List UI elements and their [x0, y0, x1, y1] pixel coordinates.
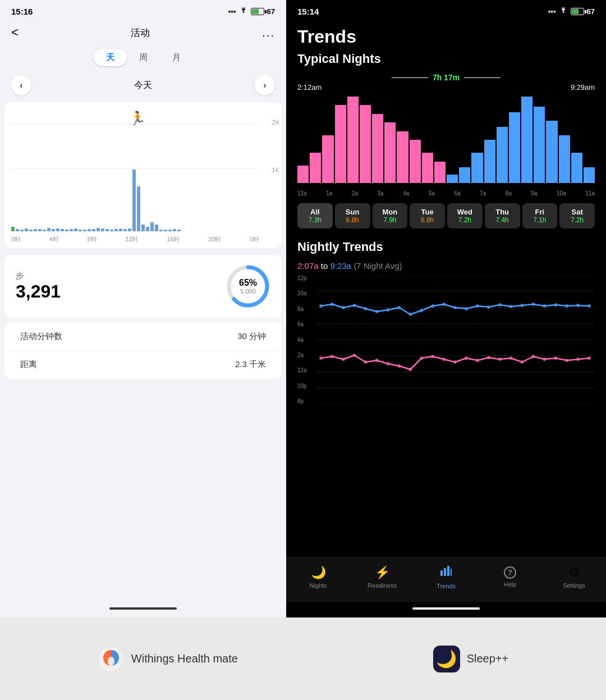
bar-19: [97, 228, 100, 231]
bar-8: [47, 228, 50, 231]
steps-info: 步 3,291: [16, 271, 61, 302]
svg-rect-61: [440, 570, 443, 576]
x-label-24: 0时: [250, 235, 259, 244]
circle-text: 65% 5,000: [239, 278, 257, 295]
withings-app-icon: [98, 646, 125, 672]
tn-bar-23: [584, 167, 595, 183]
tn-bar-3: [335, 105, 346, 183]
tn-bar-19: [534, 107, 545, 183]
more-button[interactable]: ...: [262, 26, 275, 39]
status-icons-left: ▪▪▪ 67: [228, 7, 275, 16]
nightly-svg: [315, 275, 595, 404]
nightly-subtitle: 2:07a to 9:23a (7 Night Avg): [297, 261, 595, 271]
left-panel: 15:16 ▪▪▪ 67 < 活动 ... 天 周 月: [0, 0, 286, 617]
help-icon: ?: [504, 566, 516, 579]
tn-bar-9: [410, 140, 421, 183]
tab-settings[interactable]: ⚙ Settings: [557, 565, 591, 589]
period-week-btn[interactable]: 周: [127, 49, 160, 66]
bar-24: [119, 228, 122, 231]
svg-rect-63: [447, 566, 449, 576]
nc-y-2a: 2a: [297, 352, 315, 358]
bar-13: [70, 229, 73, 231]
bar-22: [110, 230, 113, 231]
y-label-1k: 1K: [272, 167, 279, 173]
tab-nights[interactable]: 🌙 Nights: [301, 565, 335, 589]
app-labels: Withings Health mate 🌙 Sleep++: [0, 617, 606, 700]
tn-x-3: 3a: [377, 190, 383, 196]
stat-rows-container: 活动分钟数 30 分钟 距离 2.3 千米: [4, 322, 282, 379]
day-btn-thu[interactable]: Thu 7.4h: [485, 203, 520, 228]
day-btn-all-value: 7.3h: [300, 216, 330, 224]
day-btn-sat-value: 7.2h: [562, 216, 593, 224]
nc-y-12p: 12p: [297, 275, 315, 281]
tn-x-axis: 12a 1a 2a 3a 4a 5a 6a 7a 8a 9a 10a 11a: [297, 190, 595, 196]
svg-rect-64: [451, 569, 452, 576]
prev-date-button[interactable]: ‹: [11, 75, 31, 95]
battery-pct-left: 67: [267, 7, 275, 16]
day-btn-sun-value: 6.8h: [337, 216, 368, 224]
duration-line-right: [464, 77, 501, 78]
period-selector: 天 周 月: [0, 44, 286, 71]
bar-3: [25, 228, 28, 231]
day-btn-tue-value: 6.8h: [412, 216, 443, 224]
day-btn-all[interactable]: All 7.3h: [297, 203, 333, 228]
nc-y-6a: 6a: [297, 321, 315, 327]
day-btn-sun[interactable]: Sun 6.8h: [335, 203, 370, 228]
trends-icon: [440, 565, 452, 580]
battery-icon-right: [571, 8, 584, 15]
bar-11: [61, 229, 64, 231]
settings-icon: ⚙: [568, 565, 580, 580]
back-button[interactable]: <: [11, 25, 19, 40]
scroll-indicator-right: [412, 607, 480, 610]
bar-6: [38, 229, 42, 231]
bar-21: [105, 229, 109, 231]
tn-bar-22: [571, 153, 582, 183]
x-label-12: 12时: [125, 235, 138, 244]
time-left: 15:16: [11, 7, 33, 16]
bar-spike2: [137, 186, 140, 231]
period-day-btn[interactable]: 天: [94, 49, 127, 66]
nc-y-axis: 12p 10a 8a 6a 4a 2a 12a 10p 8p: [297, 275, 315, 404]
tn-bar-0: [297, 166, 309, 183]
tn-bar-18: [521, 97, 532, 183]
day-btn-mon-value: 7.9h: [375, 216, 406, 224]
sleep-icon-emoji: 🌙: [436, 649, 457, 669]
day-btn-all-label: All: [300, 208, 330, 216]
tn-x-10: 10a: [557, 190, 566, 196]
tn-x-6: 6a: [454, 190, 460, 196]
circle-goal: 5,000: [239, 288, 257, 295]
status-icons-right: ▪▪▪ 67: [548, 7, 595, 16]
tn-x-1: 1a: [326, 190, 332, 196]
bar-32: [164, 230, 167, 231]
bar-16: [83, 230, 86, 231]
bar-14: [74, 228, 77, 231]
tab-trends[interactable]: Trends: [429, 565, 463, 589]
tn-bar-20: [546, 121, 557, 183]
day-btn-wed[interactable]: Wed 7.2h: [447, 203, 483, 228]
bar-0: [11, 227, 15, 231]
page-title-left: 活动: [131, 26, 150, 39]
wifi-icon-right: [559, 7, 568, 16]
app-label-withings: Withings Health mate: [98, 646, 238, 672]
tab-readiness[interactable]: ⚡ Readiness: [365, 565, 399, 589]
bar-30: [155, 225, 158, 231]
bar-4: [29, 230, 33, 231]
signal-icon-right: ▪▪▪: [548, 7, 556, 16]
tn-x-4: 4a: [403, 190, 409, 196]
day-btn-mon[interactable]: Mon 7.9h: [373, 203, 408, 228]
day-btn-fri-label: Fri: [525, 208, 556, 216]
bottom-spacer: [297, 409, 595, 414]
period-month-btn[interactable]: 月: [160, 49, 193, 66]
day-btn-sat-label: Sat: [562, 208, 593, 216]
tab-help[interactable]: ? Help: [493, 566, 527, 588]
day-btn-sat[interactable]: Sat 7.2h: [559, 203, 595, 228]
settings-label: Settings: [563, 582, 585, 589]
avg-start: 2:07a: [297, 261, 319, 271]
bar-5: [34, 229, 37, 231]
bar-33: [168, 230, 172, 231]
next-date-button[interactable]: ›: [255, 75, 275, 95]
day-btn-tue[interactable]: Tue 6.8h: [410, 203, 445, 228]
nightly-trends-title: Nightly Trends: [297, 240, 595, 254]
stat-row-1: 距离 2.3 千米: [9, 351, 277, 378]
day-btn-fri[interactable]: Fri 7.1h: [522, 203, 558, 228]
